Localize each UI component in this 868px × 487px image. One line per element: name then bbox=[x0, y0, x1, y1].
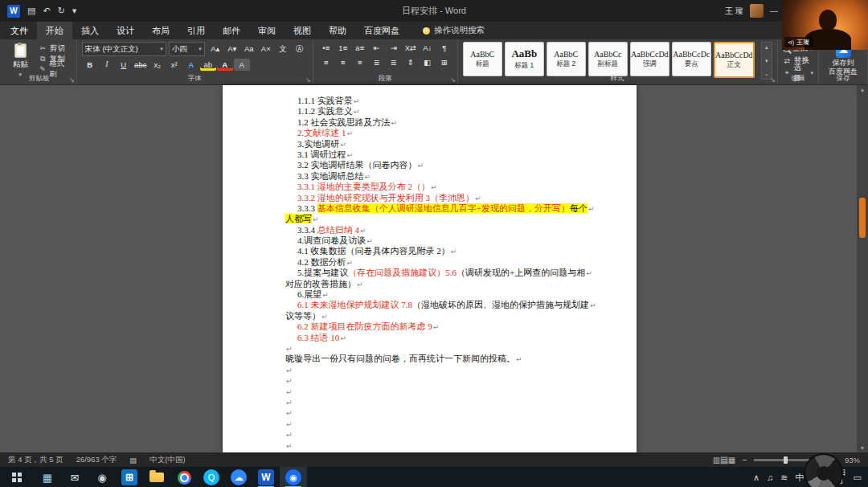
style-要点[interactable]: AaBbCcDc要点 bbox=[672, 42, 711, 76]
align-left-button[interactable]: ≡ bbox=[318, 56, 334, 68]
language-indicator[interactable]: 中文(中国) bbox=[149, 455, 185, 465]
network-icon[interactable]: ≋ bbox=[780, 473, 788, 482]
tab-references[interactable]: 引用 bbox=[178, 22, 214, 39]
style-副标题[interactable]: AaBbCc副标题 bbox=[588, 42, 628, 76]
dialog-launcher-icon[interactable]: ↘ bbox=[770, 76, 776, 84]
character-border-button[interactable]: Ⓐ bbox=[292, 43, 308, 55]
shading-button[interactable]: ◧ bbox=[420, 56, 436, 68]
style-标题 1[interactable]: AaBb标题 1 bbox=[505, 42, 544, 76]
save-icon[interactable]: ▤ bbox=[27, 6, 35, 15]
increase-indent-button[interactable]: ⇥ bbox=[386, 42, 402, 54]
clear-formatting-button[interactable]: A× bbox=[258, 43, 274, 55]
taskbar-qq-icon[interactable]: Q bbox=[198, 467, 225, 487]
taskbar-baidu-netdisk-icon[interactable]: ☁ bbox=[225, 467, 252, 487]
numbered-list-button[interactable]: 1≡ bbox=[335, 42, 351, 54]
dialog-launcher-icon[interactable]: ↘ bbox=[69, 76, 75, 84]
tab-mailings[interactable]: 邮件 bbox=[214, 22, 249, 39]
justify-button[interactable]: ≣ bbox=[369, 56, 385, 68]
strikethrough-button[interactable]: abc bbox=[133, 59, 149, 71]
sort-button[interactable]: A↓ bbox=[420, 42, 436, 54]
font-color-button[interactable]: A bbox=[217, 59, 233, 71]
tab-design[interactable]: 设计 bbox=[108, 22, 143, 39]
distribute-button[interactable]: ≣ bbox=[386, 56, 402, 68]
style-标题 2[interactable]: AaBbC标题 2 bbox=[547, 42, 586, 76]
taskbar-word-icon[interactable]: W bbox=[252, 467, 280, 487]
zoom-level[interactable]: 93% bbox=[839, 456, 860, 464]
tab-review[interactable]: 审阅 bbox=[249, 22, 285, 39]
taskbar-task-view-icon[interactable]: ▦ bbox=[34, 467, 61, 487]
style-标题[interactable]: AaBbC标题 bbox=[463, 42, 502, 76]
customize-quick-access-icon[interactable]: ▾ bbox=[72, 6, 77, 15]
bold-button[interactable]: B bbox=[82, 59, 98, 71]
zoom-out-button[interactable]: − bbox=[742, 455, 747, 464]
page-indicator[interactable]: 第 4 页，共 5 页 bbox=[8, 455, 63, 465]
user-avatar[interactable] bbox=[750, 4, 764, 18]
taskbar-camera-icon[interactable]: ◉ bbox=[88, 467, 116, 487]
tab-layout[interactable]: 布局 bbox=[143, 22, 178, 39]
tab-help[interactable]: 帮助 bbox=[320, 22, 355, 39]
hidden-icons-button[interactable]: ∧ bbox=[753, 473, 760, 482]
tab-file[interactable]: 文件 bbox=[2, 22, 37, 39]
minimize-button[interactable]: — bbox=[770, 6, 778, 15]
taskbar-chrome-icon[interactable] bbox=[170, 467, 198, 487]
taskbar-store-icon[interactable]: ⊞ bbox=[116, 467, 143, 487]
paste-button[interactable]: 粘贴 ▾ bbox=[6, 42, 35, 78]
taskbar-mail-icon[interactable]: ✉ bbox=[61, 467, 88, 487]
shrink-font-button[interactable]: A▾ bbox=[224, 43, 240, 55]
tab-baidu-netdisk-tab[interactable]: 百度网盘 bbox=[355, 22, 408, 39]
taskbar-tencent-meeting-icon[interactable]: ◉ bbox=[280, 467, 307, 487]
sound-icon[interactable]: ♫ bbox=[767, 473, 773, 482]
asian-layout-button[interactable]: X⇄ bbox=[403, 42, 419, 54]
ime-chinese-icon[interactable]: 中 bbox=[796, 473, 805, 482]
read-mode-button[interactable]: ▥ bbox=[713, 456, 720, 464]
multilevel-list-button[interactable]: a≡ bbox=[352, 42, 368, 54]
undo-icon[interactable]: ↶ bbox=[43, 6, 50, 15]
web-layout-button[interactable]: ▦ bbox=[728, 456, 735, 464]
change-case-button[interactable]: Aa bbox=[241, 43, 257, 55]
italic-button[interactable]: I bbox=[99, 59, 115, 71]
underline-button[interactable]: U bbox=[116, 59, 132, 71]
line-spacing-button[interactable]: ⇕ bbox=[403, 56, 419, 68]
subscript-button[interactable]: x₂ bbox=[149, 59, 166, 71]
word-count[interactable]: 26/963 个字 bbox=[76, 455, 117, 465]
align-center-button[interactable]: ≡ bbox=[335, 56, 351, 68]
align-right-button[interactable]: ≡ bbox=[352, 56, 368, 68]
gallery-down-icon[interactable]: ▾ bbox=[765, 58, 768, 64]
scroll-down-icon[interactable]: ▼ bbox=[860, 445, 866, 451]
start-button[interactable] bbox=[0, 467, 34, 487]
style-强调[interactable]: AaBbCcDd强调 bbox=[630, 42, 669, 76]
taskbar-file-explorer-icon[interactable] bbox=[143, 467, 170, 487]
vertical-scrollbar[interactable]: ▲ ▼ bbox=[857, 85, 868, 452]
tab-insert[interactable]: 插入 bbox=[72, 22, 108, 39]
superscript-button[interactable]: x² bbox=[166, 59, 182, 71]
show-formatting-marks-button[interactable]: ¶ bbox=[436, 42, 452, 54]
tab-home[interactable]: 开始 bbox=[37, 22, 72, 39]
scroll-up-icon[interactable]: ▲ bbox=[860, 87, 866, 92]
decrease-indent-button[interactable]: ⇤ bbox=[369, 42, 385, 54]
character-shading-button[interactable]: A bbox=[234, 59, 250, 71]
redo-icon[interactable]: ↻ bbox=[58, 6, 65, 15]
text-effects-button[interactable]: A bbox=[183, 59, 199, 71]
borders-button[interactable]: ⊞ bbox=[436, 56, 452, 68]
font-name-select[interactable]: 宋体 (中文正文) ▾ bbox=[82, 42, 166, 56]
print-layout-button[interactable]: ▤ bbox=[720, 456, 727, 464]
proofing-status-icon[interactable]: ▤ bbox=[129, 456, 137, 464]
zoom-slider-thumb[interactable] bbox=[784, 456, 788, 464]
dialog-launcher-icon[interactable]: ↘ bbox=[450, 76, 456, 84]
font-size-select[interactable]: 小四 ▾ bbox=[169, 42, 205, 56]
word-app-icon[interactable]: W bbox=[7, 5, 20, 18]
bullet-list-button[interactable]: •≡ bbox=[318, 42, 334, 54]
style-正文[interactable]: AaBbCcDd正文 bbox=[714, 42, 755, 78]
tab-view[interactable]: 视图 bbox=[285, 22, 320, 39]
document-page[interactable]: 1.1.1 实践背景↵1.1.2 实践意义↵1.2 社会实践思路及方法↵2.文献… bbox=[223, 85, 637, 452]
text-highlight-color-button[interactable]: ab bbox=[200, 59, 216, 71]
cut-button[interactable]: ✂剪切 bbox=[39, 43, 72, 53]
scrollbar-thumb[interactable] bbox=[859, 198, 866, 238]
action-center-button[interactable]: ▭ bbox=[854, 473, 862, 482]
grow-font-button[interactable]: A▴ bbox=[207, 43, 223, 55]
gallery-up-icon[interactable]: ▴ bbox=[765, 44, 768, 51]
dialog-launcher-icon[interactable]: ↘ bbox=[305, 76, 311, 84]
phonetic-guide-button[interactable]: 文 bbox=[275, 43, 291, 55]
tell-me-search[interactable]: 操作说明搜索 bbox=[423, 22, 485, 39]
format-painter-button[interactable]: ✎格式刷 bbox=[39, 64, 72, 74]
